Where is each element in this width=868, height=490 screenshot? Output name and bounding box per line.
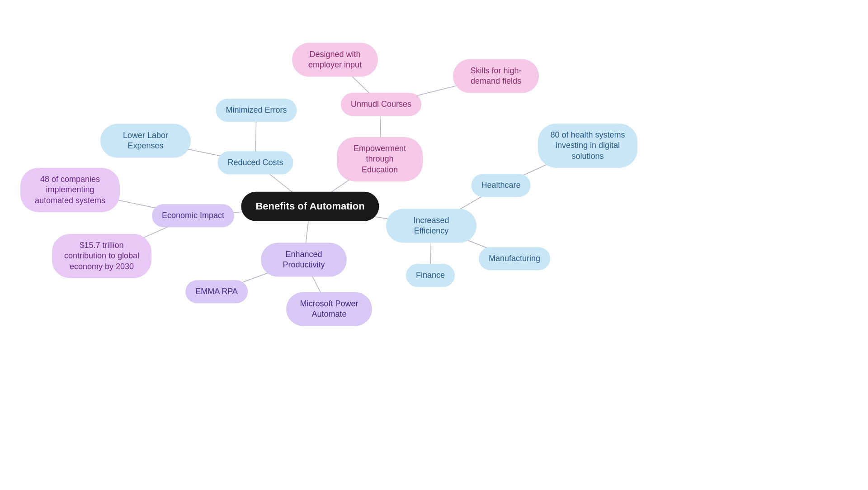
mindmap-container: Benefits of AutomationReduced CostsMinim… — [0, 0, 868, 490]
node-skills[interactable]: Skills for high-demand fields — [453, 59, 539, 93]
node-manufacturing[interactable]: Manufacturing — [479, 247, 550, 270]
node-health-systems-80[interactable]: 80 of health systems investing in digita… — [538, 124, 637, 168]
node-minimized-errors[interactable]: Minimized Errors — [216, 99, 297, 122]
node-lower-labor[interactable]: Lower Labor Expenses — [100, 124, 191, 158]
node-finance[interactable]: Finance — [406, 264, 455, 287]
node-emma-rpa[interactable]: EMMA RPA — [185, 280, 248, 303]
node-trillion[interactable]: $15.7 trillion contribution to global ec… — [52, 234, 151, 278]
node-enhanced-productivity[interactable]: Enhanced Productivity — [261, 243, 347, 277]
node-ms-power-automate[interactable]: Microsoft Power Automate — [286, 292, 372, 326]
node-companies-48[interactable]: 48 of companies implementing automated s… — [20, 168, 120, 212]
node-unmudl[interactable]: Unmudl Courses — [341, 93, 421, 116]
node-center[interactable]: Benefits of Automation — [241, 192, 379, 221]
node-reduced-costs[interactable]: Reduced Costs — [217, 151, 293, 174]
node-empowerment[interactable]: Empowerment through Education — [337, 137, 423, 181]
node-increased-efficiency[interactable]: Increased Efficiency — [386, 209, 476, 243]
node-designed[interactable]: Designed with employer input — [292, 43, 378, 77]
node-healthcare[interactable]: Healthcare — [471, 174, 530, 197]
node-economic-impact[interactable]: Economic Impact — [152, 204, 234, 227]
